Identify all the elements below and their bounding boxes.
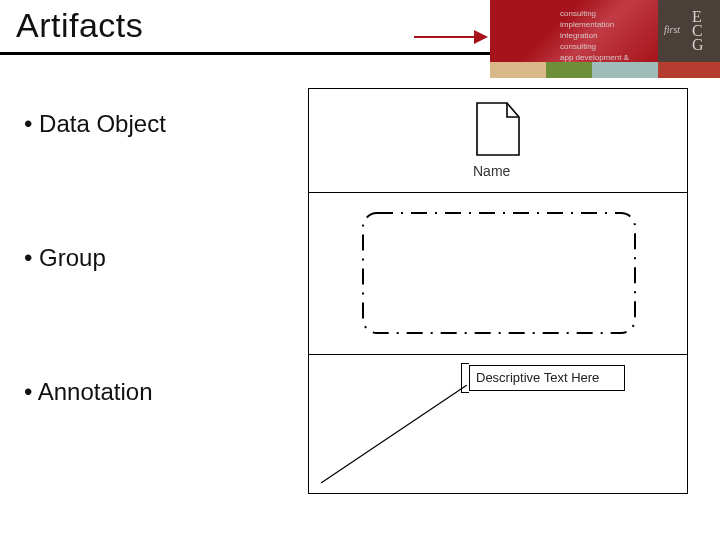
annotation-connector-line [321, 385, 469, 485]
data-object-label: Name [473, 163, 510, 179]
strip-red [658, 62, 720, 78]
bullet-annotation: Annotation [24, 378, 294, 406]
banner-service-line: integration [560, 30, 650, 41]
banner-service-line: implementation [560, 19, 650, 30]
slide: Artifacts consulting implementation inte… [0, 0, 720, 540]
strip-green [546, 62, 592, 78]
strip-tan [490, 62, 546, 78]
bullet-data-object: Data Object [24, 110, 294, 138]
page-title: Artifacts [16, 6, 143, 45]
diagram-panel: Name Descriptive Text Here [308, 88, 688, 498]
annotation-bracket-icon [461, 363, 469, 393]
bullet-list: Data Object Group Annotation [24, 110, 294, 512]
bullet-group: Group [24, 244, 294, 272]
strip-teal [592, 62, 658, 78]
banner-color-strip [490, 62, 720, 78]
brand-logo: first E C G [664, 8, 714, 54]
annotation-text-box: Descriptive Text Here [469, 365, 625, 391]
banner-service-line: consulting [560, 8, 650, 19]
group-rounded-rect-icon [357, 207, 641, 339]
svg-line-4 [321, 385, 467, 483]
brand-banner: consulting implementation integration co… [420, 0, 720, 78]
svg-text:G: G [692, 36, 704, 53]
diagram-row-annotation: Descriptive Text Here [308, 354, 688, 494]
banner-service-line: consulting [560, 41, 650, 52]
document-icon [473, 99, 523, 159]
diagram-row-data-object: Name [308, 88, 688, 192]
banner-arrow-icon [414, 30, 488, 44]
svg-rect-3 [363, 213, 635, 333]
brand-first-text: first [664, 24, 680, 36]
diagram-row-group [308, 192, 688, 354]
